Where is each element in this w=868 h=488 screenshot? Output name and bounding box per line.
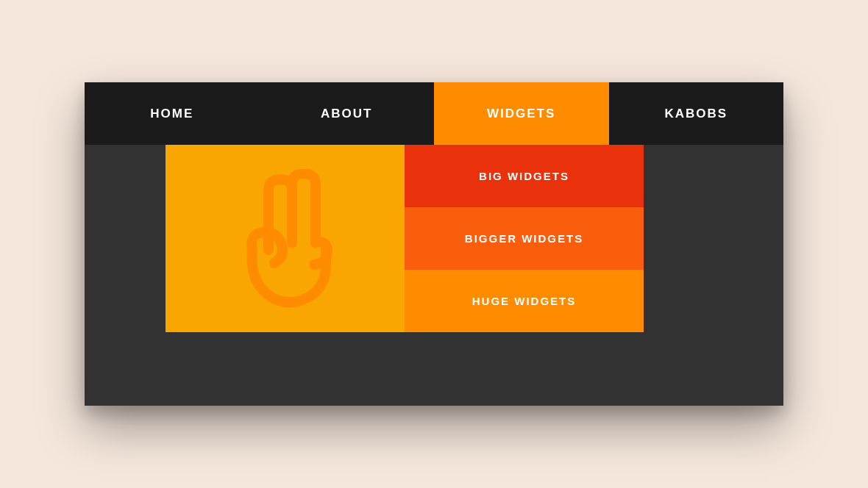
nav-kabobs[interactable]: KABOBS [609,82,784,145]
submenu-bigger-widgets[interactable]: BIGGER WIDGETS [405,207,644,270]
nav-label: HOME [150,107,193,121]
nav-label: KABOBS [664,107,728,121]
submenu-huge-widgets[interactable]: HUGE WIDGETS [405,270,644,332]
app-window: HOME ABOUT WIDGETS KABOBS [85,82,783,406]
nav-label: WIDGETS [487,107,555,121]
submenu-big-widgets[interactable]: BIG WIDGETS [405,145,644,207]
mega-menu: BIG WIDGETS BIGGER WIDGETS HUGE WIDGETS [166,145,644,332]
nav-home[interactable]: HOME [85,82,260,145]
navbar: HOME ABOUT WIDGETS KABOBS [85,82,783,145]
nav-label: ABOUT [321,107,372,121]
submenu-label: BIG WIDGETS [479,170,569,182]
submenu-label: HUGE WIDGETS [472,295,577,307]
mega-submenu: BIG WIDGETS BIGGER WIDGETS HUGE WIDGETS [405,145,644,332]
nav-about[interactable]: ABOUT [260,82,435,145]
nav-widgets[interactable]: WIDGETS [434,82,609,145]
submenu-label: BIGGER WIDGETS [465,232,583,245]
mega-image-panel [166,145,405,332]
peace-hand-icon [223,169,348,309]
